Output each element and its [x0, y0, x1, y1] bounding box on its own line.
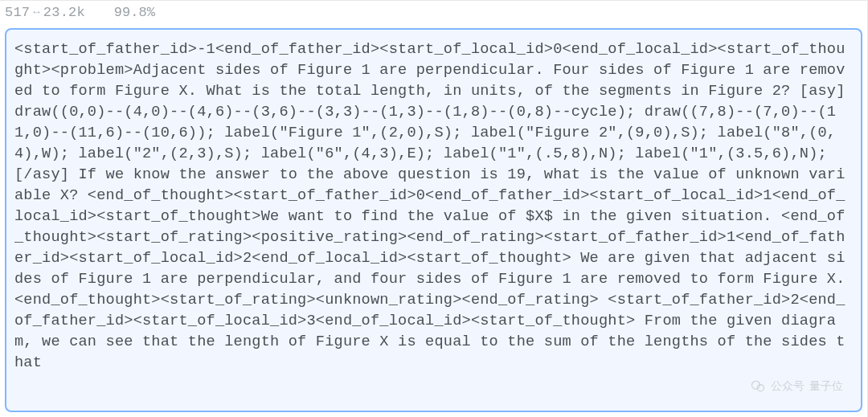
app-window: 517 ↔ 23.2k 99.8% <start_of_father_id>-1…: [0, 0, 868, 417]
code-text[interactable]: <start_of_father_id>-1<end_of_father_id>…: [14, 39, 850, 401]
token-count-group: 517 ↔ 23.2k: [5, 5, 85, 20]
arrow-icon: ↔: [31, 6, 42, 18]
code-cell[interactable]: <start_of_father_id>-1<end_of_father_id>…: [5, 28, 862, 412]
percent-value: 99.8%: [114, 5, 155, 20]
count-left: 517: [5, 5, 30, 20]
stats-bar: 517 ↔ 23.2k 99.8%: [0, 1, 867, 23]
count-right: 23.2k: [43, 5, 85, 20]
